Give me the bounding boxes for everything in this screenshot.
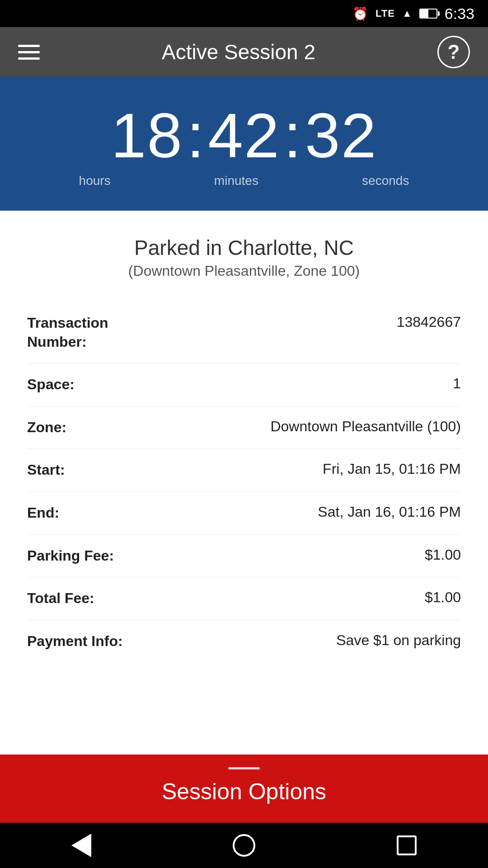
table-row: Parking Fee:$1.00 xyxy=(27,535,461,578)
table-row: Total Fee:$1.00 xyxy=(27,577,461,620)
timer-hours: 18 xyxy=(111,104,183,167)
timer-colon-2: : xyxy=(284,104,301,167)
details-section: Transaction Number:13842667Space:1Zone:D… xyxy=(0,288,488,755)
session-options-divider xyxy=(228,767,260,769)
lte-indicator: LTE xyxy=(375,8,395,19)
minutes-label: minutes xyxy=(214,174,258,188)
recents-button[interactable] xyxy=(389,827,425,863)
hamburger-line-1 xyxy=(18,45,40,47)
detail-label: Transaction Number: xyxy=(27,314,154,351)
detail-label: Payment Info: xyxy=(27,632,123,651)
back-icon xyxy=(71,834,91,857)
table-row: End:Sat, Jan 16, 01:16 PM xyxy=(27,492,461,535)
detail-label: End: xyxy=(27,504,59,523)
help-button[interactable]: ? xyxy=(437,36,470,68)
timer-seconds: 32 xyxy=(305,104,377,167)
hamburger-line-3 xyxy=(18,57,40,60)
detail-value: 1 xyxy=(453,375,461,392)
timer-minutes: 42 xyxy=(208,104,280,167)
detail-label: Zone: xyxy=(27,418,66,437)
home-button[interactable] xyxy=(226,827,262,863)
detail-value: $1.00 xyxy=(425,547,461,563)
detail-label: Total Fee: xyxy=(27,589,94,608)
seconds-label: seconds xyxy=(362,174,409,188)
timer-display: 18 : 42 : 32 xyxy=(111,104,377,167)
session-options-button[interactable]: Session Options xyxy=(0,755,488,823)
location-zone: (Downtown Pleasantville, Zone 100) xyxy=(27,263,461,279)
question-mark-icon: ? xyxy=(448,42,460,62)
status-bar: ⏰ LTE ▲ 6:33 xyxy=(0,0,488,27)
hours-label: hours xyxy=(79,174,111,188)
timer-section: 18 : 42 : 32 hours minutes seconds xyxy=(0,77,488,211)
bottom-nav xyxy=(0,823,488,868)
detail-label: Parking Fee: xyxy=(27,547,114,566)
table-row: Start:Fri, Jan 15, 01:16 PM xyxy=(27,449,461,492)
home-icon xyxy=(233,834,255,857)
detail-label: Space: xyxy=(27,375,75,394)
location-section: Parked in Charlotte, NC (Downtown Pleasa… xyxy=(0,211,488,288)
timer-colon-1: : xyxy=(187,104,204,167)
table-row: Transaction Number:13842667 xyxy=(27,302,461,363)
back-button[interactable] xyxy=(63,827,99,863)
page-title: Active Session 2 xyxy=(162,40,315,64)
table-row: Space:1 xyxy=(27,363,461,406)
detail-value: Downtown Pleasantville (100) xyxy=(270,418,461,435)
detail-value: $1.00 xyxy=(425,589,461,606)
menu-button[interactable] xyxy=(18,45,40,60)
detail-value: 13842667 xyxy=(397,314,461,330)
detail-value: Save $1 on parking xyxy=(336,632,461,649)
timer-labels: hours minutes seconds xyxy=(18,174,470,188)
location-city: Parked in Charlotte, NC xyxy=(27,236,461,260)
detail-label: Start: xyxy=(27,461,65,480)
nav-bar: Active Session 2 ? xyxy=(0,27,488,77)
recents-icon xyxy=(397,835,417,855)
table-row: Zone:Downtown Pleasantville (100) xyxy=(27,406,461,449)
hamburger-line-2 xyxy=(18,51,40,53)
table-row: Payment Info:Save $1 on parking xyxy=(27,620,461,663)
status-time: 6:33 xyxy=(445,5,474,23)
battery-icon xyxy=(419,9,437,19)
detail-value: Fri, Jan 15, 01:16 PM xyxy=(323,461,461,477)
alarm-icon: ⏰ xyxy=(352,6,368,21)
signal-icon: ▲ xyxy=(402,8,412,19)
session-options-label: Session Options xyxy=(162,778,326,805)
detail-value: Sat, Jan 16, 01:16 PM xyxy=(318,504,461,520)
